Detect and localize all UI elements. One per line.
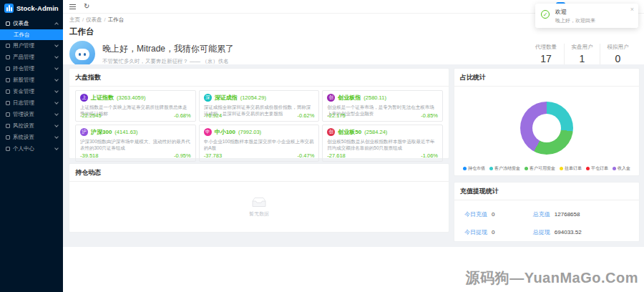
legend-item[interactable]: 持仓市值 bbox=[463, 165, 485, 172]
sidebar-menu: 仪表盘 工作台 用户管理 产品管理 持仓管理 新股管理 bbox=[0, 18, 63, 155]
chevron-down-icon bbox=[54, 89, 59, 93]
legend-item[interactable]: 客户可用资金 bbox=[525, 165, 555, 172]
collapse-menu-icon[interactable] bbox=[69, 4, 76, 10]
indices-card-title: 大盘指数 bbox=[69, 69, 449, 87]
index-change: -22.2545 bbox=[80, 112, 102, 119]
index-pct: -0.68% bbox=[174, 112, 191, 119]
index-card-shanghai: 上 上证指数 (3263.4059) 上证指数是一个反映上海证券交易所挂牌股票总… bbox=[75, 90, 196, 122]
avatar bbox=[69, 41, 95, 67]
page-title: 工作台 bbox=[69, 26, 635, 37]
admin-settings-icon bbox=[6, 112, 10, 117]
users-icon bbox=[6, 44, 10, 48]
index-card-chinext: 创 创业板指 (2580.11) 创业板是一个证券市场，是专为暂时无法在主板市场… bbox=[322, 90, 443, 122]
legend-dot bbox=[525, 167, 528, 170]
sidebar-item-logs[interactable]: 日志管理 bbox=[0, 97, 63, 109]
index-pct: -0.85% bbox=[421, 112, 438, 119]
index-pct: -1.06% bbox=[421, 152, 438, 159]
legend-dot bbox=[489, 167, 493, 170]
total-withdraw: 总提现 694033.52 bbox=[533, 228, 629, 236]
pie-legend: 持仓市值 客户冻结资金 客户可用资金 挂单订单 平仓订单 收入金 bbox=[454, 165, 639, 172]
dashboard-icon bbox=[6, 21, 10, 26]
dashboard-submenu: 工作台 bbox=[0, 29, 63, 40]
sidebar-item-ipo[interactable]: 新股管理 bbox=[0, 74, 63, 86]
legend-dot bbox=[463, 167, 467, 170]
sidebar-item-products[interactable]: 产品管理 bbox=[0, 52, 63, 63]
legend-item[interactable]: 挂单订单 bbox=[560, 165, 582, 172]
positions-card: 持仓动态 暂无数据 bbox=[69, 163, 449, 233]
recharge-card: 充值提现统计 今日充值 0 总充值 12768658 今日提现 0 总提现 69… bbox=[454, 182, 640, 242]
stat-real-users: 实盘用户 1 bbox=[564, 44, 600, 64]
risk-settings-icon bbox=[6, 124, 10, 128]
welcome-toast: ✓ 欢迎 晚上好，欢迎回来 × bbox=[535, 4, 638, 28]
index-change: -39.518 bbox=[80, 152, 98, 159]
index-icon: 创 bbox=[327, 128, 335, 136]
index-icon: 中 bbox=[204, 128, 212, 136]
greeting-quote: 不管繁忙多久时，又要奔赴新征程？ —— （京）佚名 bbox=[102, 58, 234, 65]
close-icon[interactable]: × bbox=[630, 6, 634, 13]
sidebar-item-positions[interactable]: 持仓管理 bbox=[0, 63, 63, 74]
ipo-icon bbox=[6, 78, 10, 82]
profile-icon bbox=[6, 147, 10, 151]
pie-card: 占比统计 持仓市值 客户冻结资金 客户可用资金 挂单订单 平仓订单 收入金 bbox=[454, 68, 640, 176]
chevron-down-icon bbox=[54, 112, 59, 116]
index-pct: -0.95% bbox=[174, 152, 191, 159]
sidebar-item-dashboard[interactable]: 仪表盘 bbox=[0, 18, 63, 29]
sidebar-item-system-settings[interactable]: 系统设置 bbox=[0, 132, 63, 143]
index-change: -27.618 bbox=[327, 152, 345, 159]
chevron-down-icon bbox=[54, 66, 59, 70]
today-deposit: 今日充值 0 bbox=[464, 210, 533, 218]
legend-item[interactable]: 客户冻结资金 bbox=[489, 165, 520, 172]
sidebar-item-users[interactable]: 用户管理 bbox=[0, 40, 63, 52]
pie-card-title: 占比统计 bbox=[454, 69, 639, 87]
app-logo-icon bbox=[4, 4, 14, 13]
sidebar-item-profile[interactable]: 个人中心 bbox=[0, 143, 63, 155]
app-title: Stock-Admin bbox=[16, 4, 59, 12]
legend-dot bbox=[613, 167, 616, 170]
stat-demo-users: 模拟用户 0 bbox=[600, 44, 635, 64]
sidebar-item-risk-settings[interactable]: 风控设置 bbox=[0, 120, 63, 132]
empty-state: 暂无数据 bbox=[69, 182, 449, 232]
index-card-sme100: 中 中小100 (7992.03) 中小企业100指数样本股是深交所中小企业板上… bbox=[199, 125, 320, 162]
index-icon: 沪 bbox=[80, 128, 88, 136]
index-change: -76.924 bbox=[204, 112, 222, 119]
product-icon bbox=[6, 55, 10, 59]
positions-card-title: 持仓动态 bbox=[69, 164, 449, 182]
legend-dot bbox=[586, 167, 590, 170]
breadcrumb-dashboard[interactable]: 仪表盘 bbox=[86, 16, 102, 23]
index-card-shenzhen: 深 深证成指 (12054.29) 深证成指全称深圳证券交易所成份股价指数，简称… bbox=[199, 90, 320, 122]
stat-agents: 代理数量 17 bbox=[528, 44, 564, 64]
legend-item[interactable]: 收入金 bbox=[613, 165, 630, 172]
positions-icon bbox=[6, 67, 10, 71]
refresh-icon[interactable]: ↻ bbox=[84, 3, 89, 10]
system-settings-icon bbox=[6, 135, 10, 140]
index-pct: -0.47% bbox=[298, 152, 315, 159]
index-change: -22.175 bbox=[327, 112, 345, 119]
welcome-section: 晚上好，Mitrade，我猜你可能累了 不管繁忙多久时，又要奔赴新征程？ —— … bbox=[69, 41, 635, 67]
sidebar-item-admin-settings[interactable]: 管理设置 bbox=[0, 109, 63, 120]
app-logo[interactable]: Stock-Admin bbox=[0, 0, 63, 16]
index-icon: 上 bbox=[80, 94, 88, 102]
legend-item[interactable]: 平仓订单 bbox=[586, 165, 608, 172]
recharge-grid: 今日充值 0 总充值 12768658 今日提现 0 总提现 694033.52 bbox=[454, 200, 639, 236]
indices-grid: 上 上证指数 (3263.4059) 上证指数是一个反映上海证券交易所挂牌股票总… bbox=[69, 87, 449, 165]
legend-dot bbox=[560, 167, 563, 170]
chevron-up-icon bbox=[54, 22, 59, 26]
breadcrumb-current: 工作台 bbox=[108, 16, 125, 23]
toast-message: 晚上好，欢迎回来 bbox=[555, 17, 633, 24]
success-check-icon: ✓ bbox=[541, 10, 550, 19]
empty-text: 暂无数据 bbox=[249, 210, 269, 218]
index-change: -37.783 bbox=[204, 152, 222, 159]
today-withdraw: 今日提现 0 bbox=[464, 228, 533, 236]
recharge-card-title: 充值提现统计 bbox=[454, 182, 639, 200]
funds-icon bbox=[6, 89, 10, 94]
index-icon: 深 bbox=[204, 94, 212, 102]
empty-box-icon bbox=[250, 196, 268, 208]
breadcrumb-home[interactable]: 主页 bbox=[69, 16, 80, 23]
sidebar-item-workbench[interactable]: 工作台 bbox=[0, 29, 63, 40]
chevron-down-icon bbox=[54, 100, 59, 104]
chevron-down-icon bbox=[54, 135, 59, 139]
indices-card: 大盘指数 上 上证指数 (3263.4059) 上证指数是一个反映上海证券交易所… bbox=[69, 68, 449, 159]
index-icon: 创 bbox=[327, 94, 335, 102]
sidebar-item-funds[interactable]: 资金管理 bbox=[0, 86, 63, 97]
chevron-down-icon bbox=[54, 77, 59, 82]
